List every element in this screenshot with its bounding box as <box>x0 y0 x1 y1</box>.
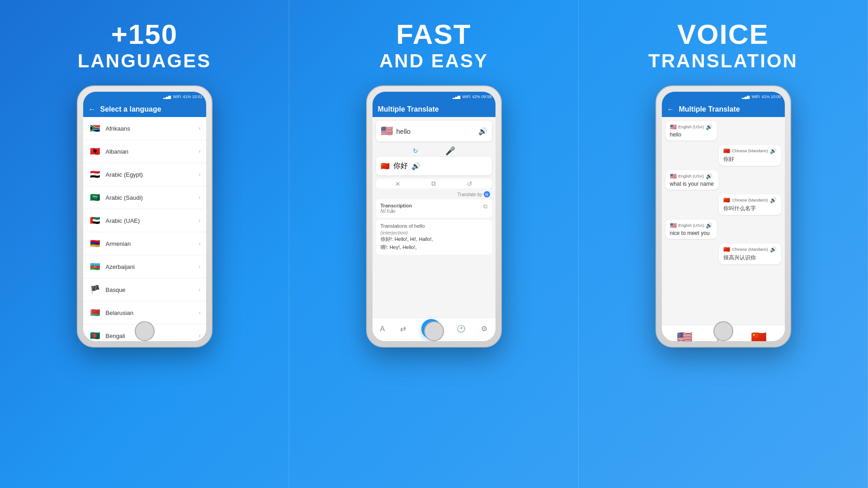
chat-bubble: 🇨🇳 Chinese (Mandarin) 🔊 你叫什么名字 <box>719 194 781 215</box>
bubble-text: 你好 <box>723 155 776 163</box>
text-icon[interactable]: A <box>380 325 385 333</box>
bubble-sound-icon[interactable]: 🔊 <box>770 246 777 253</box>
lang-item[interactable]: 🏴 Basque › <box>83 278 206 301</box>
lang-sel-2[interactable]: 🇨🇳 Chinese (Mand... <box>741 330 776 341</box>
bubble-lang: Chinese (Mandarin) <box>732 198 768 202</box>
back-arrow-icon-3[interactable]: ← <box>667 105 675 113</box>
chat-bubble: 🇺🇸 English (USA) 🔊 hello <box>665 121 717 141</box>
headline-line1: +150 <box>78 18 211 50</box>
chat-messages: 🇺🇸 English (USA) 🔊 hello 🇨🇳 Chinese (Man… <box>662 117 785 341</box>
lang-name: Basque <box>106 286 194 293</box>
phone-home-button-2[interactable] <box>424 321 444 341</box>
lang-item[interactable]: 🇿🇦 Afrikaans › <box>83 117 206 140</box>
headline-line1-s3: VOICE <box>648 18 798 50</box>
back-arrow-icon[interactable]: ← <box>89 105 96 113</box>
swap-icon-toolbar[interactable]: ⇄ <box>400 324 406 333</box>
translate-divider: ↻ 🎤 <box>373 145 495 157</box>
bubble-text: nice to meet you <box>670 230 713 236</box>
input-text: hello <box>396 127 475 135</box>
app-bar-title-2: Multiple Translate <box>378 105 439 113</box>
bubble-lang: English (USA) <box>679 223 704 228</box>
bubble-lang: Chinese (Mandarin) <box>732 149 768 153</box>
history-icon[interactable]: 🕐 <box>457 324 466 333</box>
settings-icon[interactable]: ⚙ <box>481 324 487 333</box>
chat-bubble: 🇨🇳 Chinese (Mandarin) 🔊 你好 <box>719 145 781 166</box>
sound-icon-input[interactable]: 🔊 <box>478 127 487 136</box>
lang-flag: 🇦🇪 <box>89 214 101 227</box>
lang-item[interactable]: 🇦🇲 Armenian › <box>83 232 206 255</box>
lang-item[interactable]: 🇸🇦 Arabic (Saudi) › <box>83 186 206 209</box>
translate-by: Translate by G <box>373 190 495 199</box>
chevron-right-icon: › <box>199 310 201 316</box>
phone-home-button-3[interactable] <box>713 321 733 341</box>
translations-item-2: 喂!: Hey!, Hello!, <box>381 244 487 252</box>
chevron-right-icon: › <box>199 125 201 131</box>
headline-line2: LANGUAGES <box>78 50 211 72</box>
lang-flag: 🇪🇬 <box>89 168 101 181</box>
lang-flag: 🇧🇩 <box>89 329 101 341</box>
bubble-lang: English (USA) <box>679 125 704 129</box>
reload-action-icon[interactable]: ↺ <box>467 180 472 188</box>
lang-flag: 🇧🇾 <box>89 306 101 319</box>
signal-icon-2: ▂▄▆ <box>453 95 461 99</box>
bubble-flag: 🇺🇸 <box>670 124 677 130</box>
translate-input-box: 🇺🇸 hello 🔊 <box>376 121 492 141</box>
phone-1: ▂▄▆ WiFi 41% 10:01 ← Select a language 🇿… <box>77 85 212 347</box>
bubble-sound-icon[interactable]: 🔊 <box>706 124 712 130</box>
bubble-flag: 🇺🇸 <box>670 173 677 179</box>
transcription-copy-icon[interactable]: ⧉ <box>483 203 487 210</box>
close-action-icon[interactable]: ✕ <box>395 180 401 188</box>
phone-3: ▂▄▆ WiFi 41% 10:00 ← Multiple Translate … <box>656 85 791 347</box>
bubble-lang: Chinese (Mandarin) <box>732 247 768 252</box>
status-bar-3: ▂▄▆ WiFi 41% 10:00 <box>662 92 785 102</box>
bubble-flag: 🇨🇳 <box>723 148 730 154</box>
section2-headline: FAST AND EASY <box>379 18 488 72</box>
headline-line2-s2: AND EASY <box>379 50 488 72</box>
bubble-sound-icon[interactable]: 🔊 <box>770 197 777 203</box>
battery-status-3: 41% 10:00 <box>761 94 781 99</box>
bubble-flag: 🇺🇸 <box>670 222 677 229</box>
output-text: 你好 <box>393 161 408 171</box>
lang-name: Arabic (Saudi) <box>106 194 194 201</box>
phone-home-button[interactable] <box>135 321 155 341</box>
section-fast: FAST AND EASY ▂▄▆ WiFi 42% 09:58 Multipl… <box>289 0 579 488</box>
translate-by-label: Translate by <box>458 192 482 197</box>
lang-sel-flag-1: 🇺🇸 <box>677 330 693 341</box>
lang-flag: 🇿🇦 <box>89 122 101 135</box>
lang-item[interactable]: 🇦🇪 Arabic (UAE) › <box>83 209 206 232</box>
lang-flag: 🇦🇿 <box>89 260 101 273</box>
lang-item[interactable]: 🇪🇬 Arabic (Egypt) › <box>83 163 206 186</box>
lang-flag: 🇦🇲 <box>89 237 101 250</box>
bubble-sound-icon[interactable]: 🔊 <box>770 148 777 154</box>
lang-flag: 🏴 <box>89 283 101 296</box>
wifi-icon-3: WiFi <box>751 94 760 99</box>
bubble-sound-icon[interactable]: 🔊 <box>706 173 712 179</box>
chevron-right-icon: › <box>199 240 201 247</box>
lang-sel-flag-2: 🇨🇳 <box>751 330 767 341</box>
lang-sel-1[interactable]: 🇺🇸 English (USA) <box>670 330 699 341</box>
lang-name: Arabic (UAE) <box>106 217 194 224</box>
app-bar-2: Multiple Translate <box>373 102 495 117</box>
bubble-sound-icon[interactable]: 🔊 <box>706 222 712 229</box>
lang-item[interactable]: 🇦🇱 Albanian › <box>83 140 206 163</box>
refresh-icon[interactable]: ↻ <box>413 147 418 155</box>
mic-divider-icon[interactable]: 🎤 <box>445 146 455 156</box>
copy-action-icon[interactable]: ⧉ <box>431 180 436 188</box>
bubble-text: hello <box>670 131 713 138</box>
translate-actions: ✕ ⧉ ↺ <box>376 179 492 188</box>
bubble-flag: 🇨🇳 <box>723 197 730 203</box>
phone-screen-2: ▂▄▆ WiFi 42% 09:58 Multiple Translate 🇺🇸… <box>373 92 495 341</box>
section-languages: +150 LANGUAGES ▂▄▆ WiFi 41% 10:01 ← Sele… <box>0 0 289 488</box>
lang-item[interactable]: 🇦🇿 Azerbaijani › <box>83 255 206 278</box>
bubble-lang: English (USA) <box>679 174 704 178</box>
sound-icon-output[interactable]: 🔊 <box>411 162 420 170</box>
app-bar-title-3: Multiple Translate <box>679 105 740 113</box>
lang-name: Arabic (Egypt) <box>106 171 194 178</box>
status-bar-2: ▂▄▆ WiFi 42% 09:58 <box>373 92 495 102</box>
bubble-text: 很高兴认识你 <box>723 254 776 262</box>
translate-content: 🇺🇸 hello 🔊 ↻ 🎤 🇨🇳 你好 🔊 ✕ <box>373 117 495 341</box>
bubble-flag: 🇨🇳 <box>723 246 730 253</box>
lang-flag: 🇸🇦 <box>89 191 101 204</box>
translations-item-1: 你好!: Hello!, Hi!, Hallo!, <box>381 235 487 244</box>
wifi-icon: WiFi <box>173 94 181 99</box>
